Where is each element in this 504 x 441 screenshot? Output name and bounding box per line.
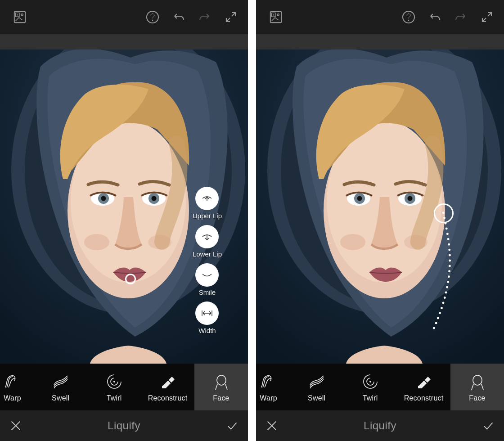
top-toolbar xyxy=(0,0,248,34)
smile-icon xyxy=(195,263,219,287)
tool-face[interactable]: Face xyxy=(450,364,504,410)
face-option-smile[interactable]: Smile xyxy=(195,263,219,296)
twirl-icon xyxy=(104,372,124,392)
editor-panel-right: Warp Swell Twirl Reconstruct Face Liquif… xyxy=(256,0,504,441)
face-icon xyxy=(468,372,487,392)
editor-panel-left: Upper Lip Lower Lip Smile Width Warp Swe… xyxy=(0,0,248,441)
apply-button[interactable] xyxy=(216,410,248,441)
lower-lip-icon xyxy=(195,225,219,248)
undo-button[interactable] xyxy=(167,5,190,29)
action-bar: Liquify xyxy=(256,410,504,441)
face-option-width[interactable]: Width xyxy=(195,302,219,334)
tool-label: Face xyxy=(469,394,485,402)
tool-warp[interactable]: Warp xyxy=(256,364,290,410)
eraser-icon xyxy=(414,372,434,392)
tool-label: Reconstruct xyxy=(404,394,444,402)
cancel-button[interactable] xyxy=(256,410,288,441)
editor-title: Liquify xyxy=(288,419,472,432)
tool-label: Twirl xyxy=(107,394,122,402)
tool-reconstruct[interactable]: Reconstruct xyxy=(397,364,450,410)
editor-title: Liquify xyxy=(32,419,216,432)
option-label: Upper Lip xyxy=(193,212,222,220)
tool-label: Swell xyxy=(308,394,325,402)
lips-target-marker-icon[interactable] xyxy=(125,274,136,284)
tool-twirl[interactable]: Twirl xyxy=(87,364,141,410)
liquify-tool-strip: Warp Swell Twirl Reconstruct Face xyxy=(0,364,248,410)
gallery-button[interactable] xyxy=(8,5,32,29)
redo-button[interactable] xyxy=(449,5,472,29)
tool-warp[interactable]: Warp xyxy=(0,364,34,410)
gallery-button[interactable] xyxy=(264,5,288,29)
tool-twirl[interactable]: Twirl xyxy=(343,364,397,410)
option-label: Width xyxy=(198,327,216,334)
fullscreen-button[interactable] xyxy=(475,5,499,29)
help-button[interactable] xyxy=(141,5,164,29)
upper-lip-icon xyxy=(195,187,219,210)
warp-icon xyxy=(3,372,22,392)
cancel-button[interactable] xyxy=(0,410,32,441)
eraser-icon xyxy=(158,372,178,392)
context-bar xyxy=(256,34,504,50)
face-icon xyxy=(212,372,231,392)
tool-label: Warp xyxy=(260,394,277,402)
face-option-upper-lip[interactable]: Upper Lip xyxy=(193,187,222,220)
twirl-icon xyxy=(360,372,380,392)
apply-button[interactable] xyxy=(472,410,504,441)
swell-icon xyxy=(51,372,71,392)
tool-swell[interactable]: Swell xyxy=(290,364,343,410)
tool-face[interactable]: Face xyxy=(194,364,248,410)
swell-icon xyxy=(307,372,327,392)
tool-label: Swell xyxy=(52,394,69,402)
tool-label: Face xyxy=(213,394,229,402)
option-label: Smile xyxy=(199,288,216,296)
tool-swell[interactable]: Swell xyxy=(34,364,87,410)
fullscreen-button[interactable] xyxy=(219,5,243,29)
drag-handle-icon[interactable] xyxy=(434,203,454,223)
redo-button[interactable] xyxy=(193,5,216,29)
tool-label: Warp xyxy=(4,394,21,402)
width-icon xyxy=(195,302,219,325)
top-toolbar xyxy=(256,0,504,34)
face-options-panel: Upper Lip Lower Lip Smile Width xyxy=(193,187,222,334)
undo-button[interactable] xyxy=(423,5,446,29)
warp-icon xyxy=(259,372,279,392)
face-option-lower-lip[interactable]: Lower Lip xyxy=(193,225,222,258)
tool-reconstruct[interactable]: Reconstruct xyxy=(141,364,194,410)
option-label: Lower Lip xyxy=(193,250,222,258)
tool-label: Reconstruct xyxy=(148,394,188,402)
context-bar xyxy=(0,34,248,50)
liquify-tool-strip: Warp Swell Twirl Reconstruct Face xyxy=(256,364,504,410)
image-canvas[interactable] xyxy=(256,50,504,364)
drag-path-indicator xyxy=(256,50,504,364)
tool-label: Twirl xyxy=(363,394,378,402)
action-bar: Liquify xyxy=(0,410,248,441)
help-button[interactable] xyxy=(397,5,420,29)
image-canvas[interactable]: Upper Lip Lower Lip Smile Width xyxy=(0,50,248,364)
